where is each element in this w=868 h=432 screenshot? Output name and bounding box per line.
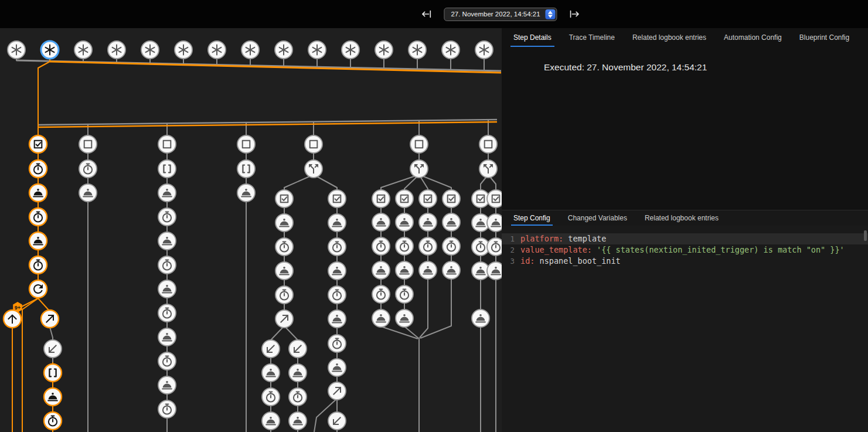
trace-node-asterisk[interactable]: [409, 41, 426, 59]
trace-node-timer[interactable]: [275, 286, 293, 304]
trace-node-asterisk[interactable]: [175, 41, 192, 59]
trace-node-asterisk[interactable]: [475, 41, 493, 59]
trace-node-refresh[interactable]: [29, 280, 47, 298]
trace-node-checkbox-checked[interactable]: [29, 135, 47, 153]
run-select[interactable]: 27. November 2022, 14:54:21: [444, 8, 557, 21]
trace-node-service[interactable]: [396, 309, 413, 327]
trace-node-timer[interactable]: [328, 335, 346, 352]
trace-node-service[interactable]: [275, 262, 293, 280]
trace-node-timer[interactable]: [275, 238, 293, 256]
trace-node-timer[interactable]: [29, 256, 47, 274]
trace-node-timer[interactable]: [79, 160, 97, 178]
trace-node-arrow-bottom-left[interactable]: [44, 340, 62, 358]
trace-node-timer[interactable]: [44, 412, 62, 430]
trace-node-asterisk[interactable]: [208, 41, 226, 59]
trace-node-timer[interactable]: [158, 352, 176, 370]
trace-node-service[interactable]: [237, 184, 255, 202]
trace-node-service[interactable]: [442, 213, 460, 231]
trace-node-asterisk[interactable]: [308, 41, 326, 59]
trace-node-timer[interactable]: [372, 237, 390, 255]
tab-automation-config[interactable]: Automation Config: [724, 33, 782, 47]
tab-related-logbook-entries[interactable]: Related logbook entries: [632, 33, 706, 47]
trace-node-call-split[interactable]: [305, 160, 322, 178]
trace-node-code-brackets[interactable]: [44, 364, 62, 382]
trace-node-service[interactable]: [372, 309, 390, 327]
trace-node-timer[interactable]: [262, 388, 280, 406]
trace-node-asterisk[interactable]: [342, 41, 359, 59]
trace-node-service[interactable]: [158, 280, 176, 298]
trace-node-service[interactable]: [29, 232, 47, 250]
trace-node-timer[interactable]: [158, 208, 176, 226]
trace-node-checkbox[interactable]: [79, 135, 97, 153]
trace-node-timer[interactable]: [328, 286, 346, 304]
trace-node-checkbox-checked[interactable]: [487, 190, 502, 208]
trace-node-timer[interactable]: [29, 160, 47, 178]
tab-step-config[interactable]: Step Config: [513, 210, 550, 226]
trace-node-arrow-up[interactable]: [4, 310, 21, 328]
trace-node-asterisk[interactable]: [375, 41, 393, 59]
trace-node-checkbox-checked[interactable]: [328, 190, 346, 208]
trace-node-asterisk[interactable]: [108, 41, 125, 59]
tab-changed-variables[interactable]: Changed Variables: [568, 210, 627, 226]
trace-node-checkbox[interactable]: [305, 135, 322, 153]
trace-node-asterisk[interactable]: [442, 41, 459, 59]
trace-node-asterisk[interactable]: [241, 41, 259, 59]
trace-node-checkbox-checked[interactable]: [372, 190, 390, 208]
trace-node-service[interactable]: [29, 184, 47, 202]
editor-scrollbar[interactable]: [864, 230, 867, 241]
trace-node-service[interactable]: [487, 262, 502, 280]
trace-node-service[interactable]: [158, 184, 176, 202]
trace-node-checkbox-checked[interactable]: [396, 190, 413, 208]
next-run-button[interactable]: [568, 7, 582, 21]
trace-node-asterisk[interactable]: [41, 41, 59, 59]
trace-node-service[interactable]: [328, 359, 346, 376]
trace-node-timer[interactable]: [396, 285, 413, 303]
trace-node-arrow-top-right[interactable]: [328, 382, 346, 400]
trace-node-checkbox-checked[interactable]: [275, 190, 293, 208]
trace-node-service[interactable]: [79, 184, 97, 202]
trace-node-service[interactable]: [419, 213, 437, 231]
trace-node-asterisk[interactable]: [141, 41, 159, 59]
trace-node-code-brackets[interactable]: [237, 160, 255, 178]
trace-node-timer[interactable]: [29, 208, 47, 226]
trace-node-timer[interactable]: [158, 256, 176, 274]
trace-node-call-split[interactable]: [479, 160, 497, 178]
trace-node-checkbox[interactable]: [479, 135, 497, 153]
trace-node-arrow-bottom-left[interactable]: [289, 340, 307, 358]
trace-node-service[interactable]: [289, 412, 307, 430]
trace-node-timer[interactable]: [442, 237, 460, 255]
trace-node-service[interactable]: [158, 376, 176, 394]
trace-node-timer[interactable]: [487, 238, 502, 256]
trace-node-checkbox[interactable]: [158, 135, 176, 153]
trace-node-service[interactable]: [44, 388, 62, 406]
trace-node-timer[interactable]: [289, 388, 307, 406]
tab-step-details[interactable]: Step Details: [513, 33, 552, 47]
trace-node-timer[interactable]: [396, 237, 413, 255]
trace-node-timer[interactable]: [328, 238, 346, 256]
trace-node-service[interactable]: [158, 328, 176, 346]
trace-node-service[interactable]: [396, 261, 413, 279]
trace-node-service[interactable]: [262, 364, 280, 382]
trace-node-service[interactable]: [328, 262, 346, 280]
tab-blueprint-config[interactable]: Blueprint Config: [799, 33, 849, 47]
trace-node-asterisk[interactable]: [8, 41, 25, 59]
tab-trace-timeline[interactable]: Trace Timeline: [569, 33, 615, 47]
trace-node-timer[interactable]: [372, 285, 390, 303]
trace-node-service[interactable]: [328, 310, 346, 328]
trace-node-service[interactable]: [487, 214, 502, 232]
trace-node-code-brackets[interactable]: [158, 160, 176, 178]
trace-node-checkbox-checked[interactable]: [442, 190, 460, 208]
trace-node-arrow-top-right[interactable]: [41, 310, 59, 328]
trace-node-timer[interactable]: [158, 400, 176, 418]
trace-node-service[interactable]: [289, 364, 307, 382]
trace-node-service[interactable]: [472, 309, 489, 327]
trace-node-service[interactable]: [442, 261, 460, 279]
trace-node-timer[interactable]: [419, 237, 437, 255]
trace-node-service[interactable]: [419, 261, 437, 279]
trace-node-checkbox[interactable]: [410, 135, 428, 153]
trace-node-call-split[interactable]: [410, 160, 428, 178]
trace-node-arrow-bottom-left[interactable]: [328, 412, 346, 430]
trace-node-arrow-bottom-left[interactable]: [262, 340, 280, 358]
trace-node-timer[interactable]: [158, 304, 176, 322]
previous-run-button[interactable]: [419, 7, 433, 21]
